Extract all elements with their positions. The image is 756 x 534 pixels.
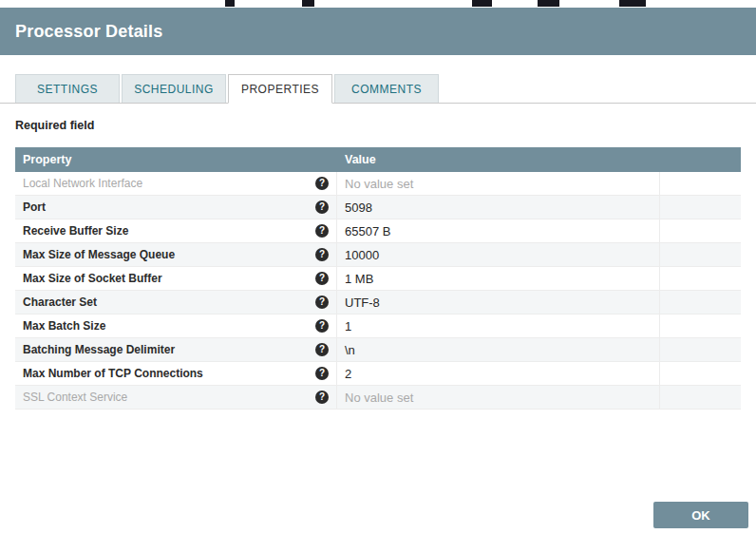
property-row[interactable]: Max Size of Socket Buffer ? 1 MB: [15, 267, 741, 291]
property-value[interactable]: 10000: [337, 243, 660, 266]
property-name: Receive Buffer Size: [23, 224, 128, 238]
property-name-cell: Receive Buffer Size ?: [15, 219, 337, 242]
row-empty-cell: [660, 267, 741, 290]
tab-bar: SETTINGS SCHEDULING PROPERTIES COMMENTS: [0, 74, 756, 104]
property-name: Batching Message Delimiter: [23, 343, 175, 356]
property-name-cell: Character Set ?: [15, 291, 337, 314]
property-name-cell: Max Size of Socket Buffer ?: [15, 267, 337, 290]
property-name-cell: Batching Message Delimiter ?: [15, 338, 337, 361]
property-value[interactable]: \n: [337, 338, 660, 361]
help-icon[interactable]: ?: [315, 272, 329, 285]
property-value[interactable]: 65507 B: [337, 219, 660, 242]
property-value[interactable]: UTF-8: [337, 291, 660, 314]
tab-settings[interactable]: SETTINGS: [15, 74, 120, 103]
property-name: Max Batch Size: [23, 319, 105, 333]
required-field-label: Required field: [15, 119, 741, 132]
tab-label: SETTINGS: [37, 83, 98, 96]
table-header-row: Property Value: [15, 147, 741, 172]
background-artifact: [538, 0, 559, 7]
property-name: Max Number of TCP Connections: [23, 367, 203, 380]
property-value[interactable]: No value set: [337, 386, 660, 409]
help-icon[interactable]: ?: [315, 224, 329, 238]
property-name-cell: SSL Context Service ?: [15, 386, 337, 409]
row-empty-cell: [660, 362, 741, 385]
background-artifact: [225, 0, 235, 7]
property-row[interactable]: Max Number of TCP Connections ? 2: [15, 362, 741, 386]
property-name: Local Network Interface: [23, 177, 142, 190]
help-icon[interactable]: ?: [315, 177, 329, 190]
property-value[interactable]: 2: [337, 362, 660, 385]
property-row[interactable]: Character Set ? UTF-8: [15, 291, 741, 315]
dialog-title: Processor Details: [15, 22, 162, 42]
tab-label: PROPERTIES: [241, 83, 319, 96]
row-empty-cell: [660, 338, 741, 361]
property-name: Max Size of Socket Buffer: [23, 272, 162, 285]
row-empty-cell: [660, 172, 741, 195]
property-row[interactable]: SSL Context Service ? No value set: [15, 386, 741, 410]
help-icon[interactable]: ?: [315, 367, 329, 380]
row-empty-cell: [660, 219, 741, 242]
property-name-cell: Max Size of Message Queue ?: [15, 243, 337, 266]
property-row[interactable]: Max Size of Message Queue ? 10000: [15, 243, 741, 267]
property-value[interactable]: 1 MB: [337, 267, 660, 290]
property-name-cell: Local Network Interface ?: [15, 172, 337, 195]
properties-table-body: Local Network Interface ? No value set P…: [15, 172, 741, 410]
background-artifact: [472, 0, 492, 7]
column-header-value: Value: [337, 147, 660, 172]
tab-properties[interactable]: PROPERTIES: [228, 74, 332, 104]
property-row[interactable]: Max Batch Size ? 1: [15, 315, 741, 338]
tab-comments[interactable]: COMMENTS: [334, 74, 439, 103]
tab-label: SCHEDULING: [134, 83, 214, 96]
property-name-cell: Max Batch Size ?: [15, 315, 337, 337]
row-empty-cell: [660, 291, 741, 314]
property-name: Character Set: [23, 296, 97, 309]
background-artifact: [619, 0, 646, 7]
property-row[interactable]: Local Network Interface ? No value set: [15, 172, 741, 196]
row-empty-cell: [660, 196, 741, 219]
property-row[interactable]: Receive Buffer Size ? 65507 B: [15, 219, 741, 243]
property-value[interactable]: 1: [337, 315, 660, 337]
help-icon[interactable]: ?: [315, 248, 329, 261]
background-artifact: [302, 0, 314, 7]
property-name-cell: Port ?: [15, 196, 337, 219]
ok-button[interactable]: OK: [653, 502, 748, 528]
tab-label: COMMENTS: [351, 83, 422, 96]
property-name-cell: Max Number of TCP Connections ?: [15, 362, 337, 385]
row-empty-cell: [660, 386, 741, 409]
properties-table: Property Value Local Network Interface ?…: [15, 147, 741, 410]
property-name: Max Size of Message Queue: [23, 248, 175, 261]
column-header-property: Property: [15, 147, 337, 172]
background-strip: [0, 0, 756, 8]
help-icon[interactable]: ?: [315, 391, 329, 404]
help-icon[interactable]: ?: [315, 343, 329, 356]
row-empty-cell: [660, 243, 741, 266]
tab-scheduling[interactable]: SCHEDULING: [122, 74, 226, 103]
column-header-empty: [660, 147, 741, 172]
property-row[interactable]: Port ? 5098: [15, 196, 741, 219]
property-name: SSL Context Service: [23, 391, 127, 404]
help-icon[interactable]: ?: [315, 200, 329, 214]
property-value[interactable]: No value set: [337, 172, 660, 195]
property-value[interactable]: 5098: [337, 196, 660, 219]
property-row[interactable]: Batching Message Delimiter ? \n: [15, 338, 741, 362]
row-empty-cell: [660, 315, 741, 337]
help-icon[interactable]: ?: [315, 319, 329, 333]
help-icon[interactable]: ?: [315, 296, 329, 309]
property-name: Port: [23, 200, 46, 214]
dialog-header: Processor Details: [0, 8, 756, 55]
